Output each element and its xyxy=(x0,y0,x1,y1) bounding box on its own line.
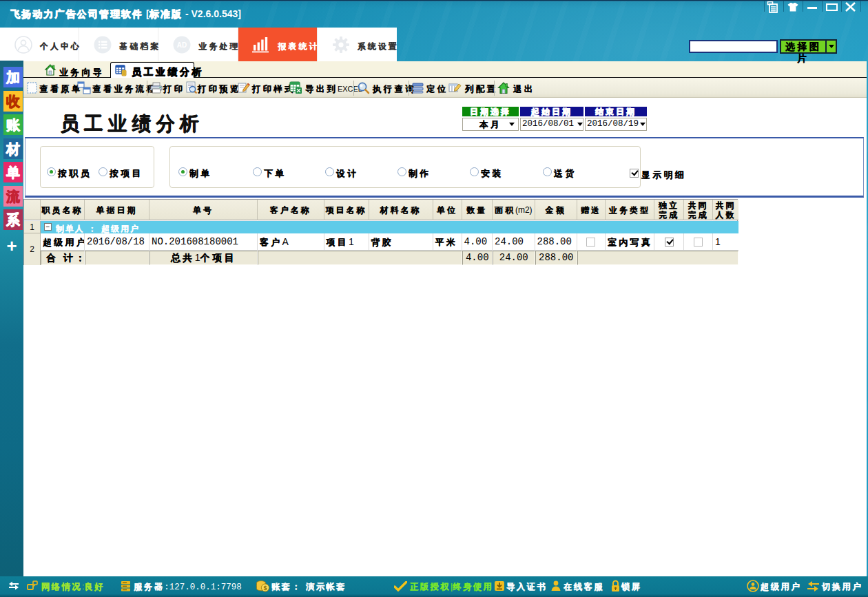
svg-text:$: $ xyxy=(263,585,267,591)
svg-text:AD: AD xyxy=(177,41,187,49)
